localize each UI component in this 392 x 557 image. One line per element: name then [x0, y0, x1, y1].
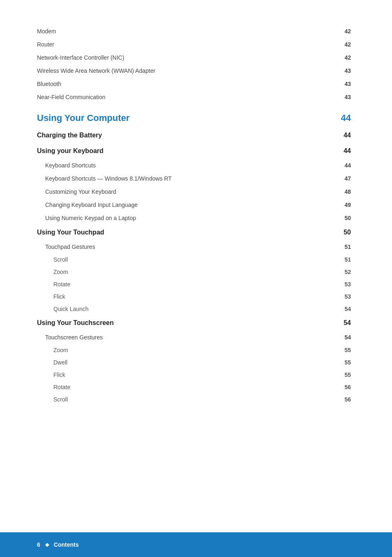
toc-entry: Zoom52: [37, 266, 351, 278]
toc-entry-page: 56: [334, 384, 351, 390]
toc-entry: Dwell55: [37, 356, 351, 369]
toc-entry: Keyboard Shortcuts44: [37, 159, 351, 172]
toc-entry-title: Scroll: [53, 256, 334, 263]
footer-label: Contents: [54, 541, 79, 548]
content-area: Modem42Router42Network-Interface Control…: [0, 0, 392, 532]
toc-entry: Scroll51: [37, 253, 351, 266]
toc-entry-title: Rotate: [53, 384, 334, 390]
toc-entry-title: Changing Keyboard Input Language: [45, 202, 334, 208]
toc-entry-page: 55: [334, 371, 351, 378]
toc-entry-title: Customizing Your Keyboard: [45, 188, 334, 195]
toc-entry-title: Wireless Wide Area Network (WWAN) Adapte…: [37, 67, 334, 74]
toc-entry-page: 55: [334, 347, 351, 353]
toc-entry: Using your Keyboard44: [37, 143, 351, 159]
toc-entry-page: 51: [334, 244, 351, 250]
toc-entry: Using Your Touchpad50: [37, 225, 351, 240]
toc-entry-page: 54: [334, 319, 351, 327]
toc-entry-page: 42: [334, 28, 351, 35]
toc-entry-page: 44: [334, 113, 351, 123]
toc-entry-title: Dwell: [53, 359, 334, 366]
toc-entry: Rotate53: [37, 278, 351, 290]
toc-entry-page: 54: [334, 334, 351, 341]
toc-entry: Network-Interface Controller (NIC)42: [37, 51, 351, 64]
page-container: Modem42Router42Network-Interface Control…: [0, 0, 392, 557]
toc-entry: Touchpad Gestures51: [37, 240, 351, 253]
toc-entry-page: 53: [334, 293, 351, 300]
toc-entry: Touchscreen Gestures54: [37, 331, 351, 344]
toc-entry-title: Keyboard Shortcuts — Windows 8.1/Windows…: [45, 175, 334, 182]
toc-entry-page: 42: [334, 54, 351, 61]
toc-entry-page: 50: [334, 229, 351, 236]
toc-entry: Flick55: [37, 369, 351, 381]
toc-entry: Flick53: [37, 290, 351, 303]
toc-entry-title: Charging the Battery: [37, 132, 334, 139]
toc-entry-title: Network-Interface Controller (NIC): [37, 54, 334, 61]
toc-entry: Using Numeric Keypad on a Laptop50: [37, 211, 351, 225]
toc-entry: Using Your Touchscreen54: [37, 315, 351, 331]
toc-entry-title: Flick: [53, 371, 334, 378]
toc-entry-title: Touchpad Gestures: [45, 244, 334, 250]
toc-entry-page: 54: [334, 306, 351, 312]
toc-entry: Charging the Battery44: [37, 128, 351, 143]
toc-entry-title: Bluetooth: [37, 81, 334, 87]
toc-entry-page: 56: [334, 396, 351, 403]
toc-entry-page: 43: [334, 81, 351, 87]
toc-entry-title: Zoom: [53, 347, 334, 353]
toc-entry: Zoom55: [37, 344, 351, 356]
toc-entry-page: 44: [334, 147, 351, 155]
toc-entry-title: Using Numeric Keypad on a Laptop: [45, 215, 334, 221]
toc-entry-page: 47: [334, 175, 351, 182]
toc-entry-title: Rotate: [53, 281, 334, 288]
toc-entry: Modem42: [37, 25, 351, 38]
toc-entry-page: 44: [334, 162, 351, 169]
toc-entry-page: 48: [334, 188, 351, 195]
toc-entry-page: 49: [334, 202, 351, 208]
toc-entry-title: Using Your Touchscreen: [37, 319, 334, 327]
toc-entry-title: Using Your Computer: [37, 113, 334, 123]
toc-entry: Using Your Computer44: [37, 104, 351, 128]
toc-entry-title: Near-Field Communication: [37, 94, 334, 100]
toc-entry: Router42: [37, 38, 351, 51]
footer-page-number: 6: [37, 541, 40, 548]
toc-entry-page: 44: [334, 132, 351, 139]
toc-entry: Scroll56: [37, 393, 351, 406]
toc-entry-page: 51: [334, 256, 351, 263]
toc-entry-title: Using your Keyboard: [37, 147, 334, 155]
toc-entry: Near-Field Communication43: [37, 91, 351, 104]
toc-entry-title: Quick Launch: [53, 306, 334, 312]
toc-entry-title: Scroll: [53, 396, 334, 403]
footer-text: 6 ◆ Contents: [37, 541, 78, 548]
toc-entry: Changing Keyboard Input Language49: [37, 198, 351, 211]
toc-entry-title: Touchscreen Gestures: [45, 334, 334, 341]
toc-entry-title: Router: [37, 41, 334, 48]
toc-entry: Keyboard Shortcuts — Windows 8.1/Windows…: [37, 172, 351, 185]
toc-entry: Wireless Wide Area Network (WWAN) Adapte…: [37, 64, 351, 77]
footer-diamond: ◆: [45, 542, 49, 548]
toc-entry-page: 50: [334, 215, 351, 221]
toc-entry-title: Flick: [53, 293, 334, 300]
toc-entry: Customizing Your Keyboard48: [37, 185, 351, 198]
toc-entry: Quick Launch54: [37, 303, 351, 315]
toc-entry-title: Using Your Touchpad: [37, 229, 334, 236]
toc-entry: Bluetooth43: [37, 77, 351, 91]
toc-entry-page: 42: [334, 41, 351, 48]
toc-entry-title: Modem: [37, 28, 334, 35]
toc-entry-page: 53: [334, 281, 351, 288]
toc-entry-title: Zoom: [53, 269, 334, 275]
toc-entry-page: 55: [334, 359, 351, 366]
footer: 6 ◆ Contents: [0, 532, 392, 557]
toc-entry: Rotate56: [37, 381, 351, 393]
toc-entry-page: 52: [334, 269, 351, 275]
toc-entry-page: 43: [334, 67, 351, 74]
toc-entry-page: 43: [334, 94, 351, 100]
toc-entry-title: Keyboard Shortcuts: [45, 162, 334, 169]
